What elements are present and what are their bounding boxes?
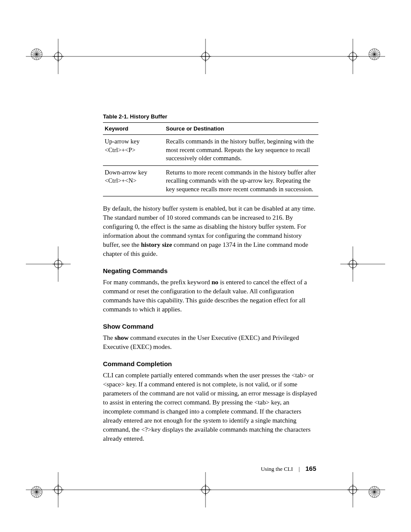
page-content: Table 2-1. History Buffer Keyword Source… — [103, 113, 318, 449]
svg-line-41 — [31, 52, 42, 56]
svg-line-44 — [34, 49, 39, 59]
svg-line-53 — [372, 49, 377, 59]
svg-point-45 — [369, 49, 380, 60]
svg-line-42 — [31, 52, 42, 56]
svg-line-68 — [369, 490, 380, 494]
footer-page-number: 165 — [305, 465, 316, 472]
svg-line-60 — [31, 490, 42, 494]
section-heading-show: Show Command — [103, 323, 318, 330]
svg-line-39 — [33, 50, 40, 58]
footer-section: Using the CLI — [261, 466, 293, 472]
section-heading-negating: Negating Commands — [103, 267, 318, 274]
svg-point-54 — [31, 486, 42, 498]
svg-line-51 — [369, 52, 380, 56]
svg-line-58 — [33, 488, 40, 496]
svg-line-50 — [369, 52, 380, 56]
svg-point-63 — [369, 486, 380, 498]
svg-line-43 — [34, 49, 39, 59]
svg-line-71 — [372, 487, 377, 497]
svg-line-49 — [371, 50, 378, 58]
svg-line-70 — [372, 487, 377, 497]
svg-line-52 — [372, 49, 377, 59]
body-paragraph: CLI can complete partially entered comma… — [103, 371, 318, 443]
table-row: Up-arrow key <Ctrl>+<P> Recalls commands… — [103, 135, 318, 166]
svg-line-59 — [31, 490, 42, 494]
cell-key-alt: <Ctrl>+<P> — [105, 146, 162, 155]
table-caption: Table 2-1. History Buffer — [103, 113, 318, 120]
footer-separator: | — [299, 466, 300, 472]
body-paragraph: By default, the history buffer system is… — [103, 204, 318, 258]
svg-line-57 — [33, 488, 40, 496]
svg-line-69 — [369, 490, 380, 494]
svg-point-24 — [349, 260, 357, 268]
table-header-keyword: Keyword — [103, 123, 164, 135]
page-footer: Using the CLI | 165 — [261, 465, 316, 473]
svg-point-27 — [54, 486, 62, 494]
history-buffer-table: Keyword Source or Destination Up-arrow k… — [103, 122, 318, 196]
cell-key: Down-arrow key — [105, 168, 162, 177]
table-row: Down-arrow key <Ctrl>+<N> Returns to mor… — [103, 165, 318, 196]
cell-key: Up-arrow key — [105, 137, 162, 146]
svg-line-62 — [34, 487, 39, 497]
svg-point-33 — [349, 486, 357, 494]
svg-point-12 — [54, 53, 62, 60]
svg-line-61 — [34, 487, 39, 497]
body-paragraph: The show command executes in the User Ex… — [103, 333, 318, 352]
svg-line-48 — [371, 50, 378, 58]
svg-point-36 — [31, 49, 42, 60]
svg-line-67 — [371, 488, 378, 496]
section-heading-completion: Command Completion — [103, 360, 318, 367]
svg-line-40 — [33, 50, 40, 58]
cell-key-alt: <Ctrl>+<N> — [105, 177, 162, 185]
table-header-desc: Source or Destination — [164, 123, 318, 135]
cell-desc: Returns to more recent commands in the h… — [164, 165, 318, 196]
cell-desc: Recalls commands in the history buffer, … — [164, 135, 318, 166]
svg-point-18 — [349, 53, 357, 60]
body-paragraph: For many commands, the prefix keyword no… — [103, 278, 318, 314]
svg-point-15 — [202, 53, 209, 60]
svg-line-66 — [371, 488, 378, 496]
svg-point-21 — [54, 260, 62, 268]
svg-point-30 — [202, 486, 209, 494]
